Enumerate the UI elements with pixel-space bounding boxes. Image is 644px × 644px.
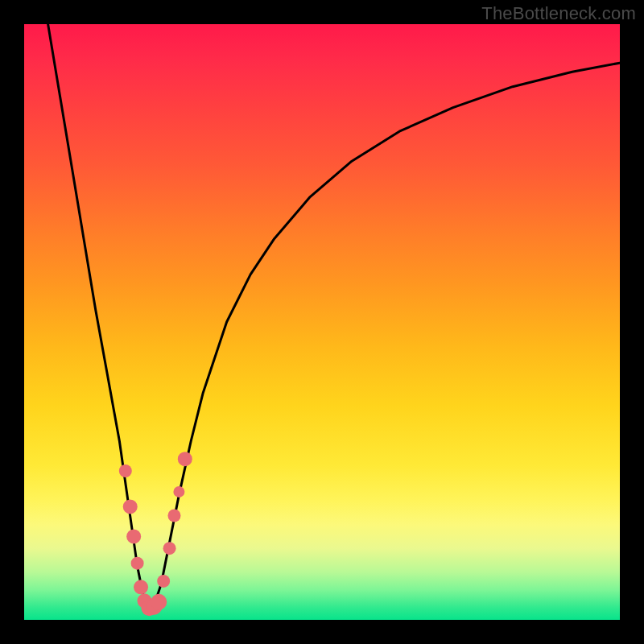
bottleneck-curve-path — [48, 24, 620, 608]
marker-dot — [178, 452, 192, 466]
marker-cluster — [119, 452, 192, 616]
marker-dot — [119, 464, 132, 477]
marker-dot — [167, 510, 180, 522]
marker-dot — [123, 499, 138, 514]
chart-frame: TheBottleneck.com — [0, 0, 644, 644]
marker-dot — [157, 575, 170, 588]
chart-svg — [24, 24, 620, 620]
marker-dot — [126, 529, 141, 543]
marker-dot — [134, 580, 148, 594]
marker-dot — [173, 486, 184, 497]
marker-dot — [131, 557, 144, 570]
marker-dot — [151, 594, 167, 610]
bottleneck-curve — [48, 24, 620, 608]
plot-area — [24, 24, 620, 620]
marker-dot — [163, 542, 176, 555]
watermark-text: TheBottleneck.com — [481, 3, 636, 24]
